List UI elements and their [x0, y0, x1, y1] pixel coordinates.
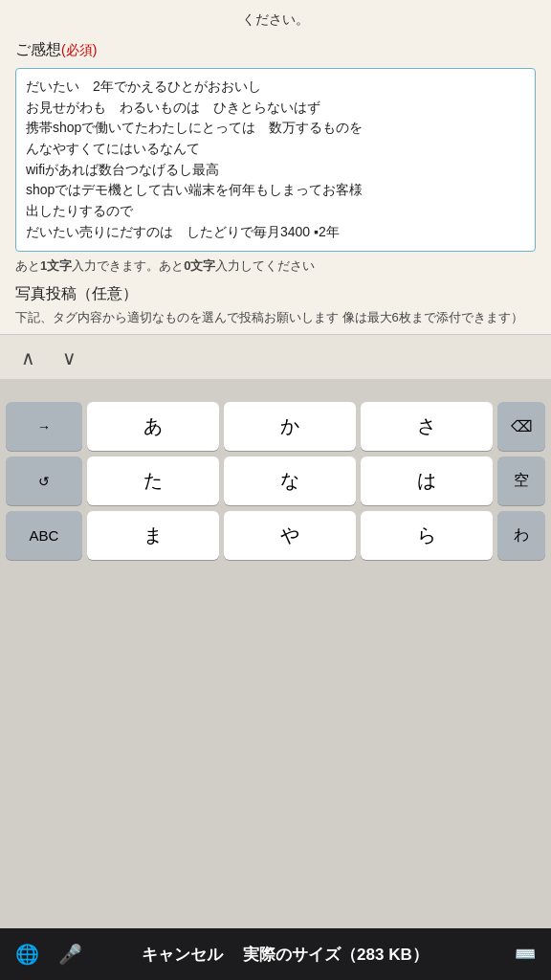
- nav-down-button[interactable]: ∨: [56, 345, 82, 371]
- photo-section-label: 写真投稿（任意）: [15, 284, 536, 304]
- keyboard-rows: → あ か さ ⌫ ↺ た な は 空 ABC ま や ら わ: [0, 398, 551, 928]
- bottom-bar-center: キャンセル 実際のサイズ（283 KB）: [82, 944, 488, 966]
- keyboard-area: → あ か さ ⌫ ↺ た な は 空 ABC ま や ら わ 🌐 🎤: [0, 398, 551, 980]
- key-undo[interactable]: ↺: [6, 457, 82, 505]
- key-ma[interactable]: ま: [87, 511, 219, 560]
- keyboard-next-icon[interactable]: ⌨️: [515, 944, 536, 965]
- keyboard-row-1: → あ か さ ⌫: [2, 402, 549, 451]
- top-hint: ください。: [15, 11, 536, 29]
- content-area: ください。 ご感想(必須) だいたい 2年でかえるひとがおおいし お見せがわも …: [0, 0, 551, 334]
- keyboard-row-3: ABC ま や ら わ: [2, 511, 549, 560]
- keyboard-spacer: [0, 379, 551, 398]
- mic-icon[interactable]: 🎤: [58, 943, 82, 966]
- key-ra[interactable]: ら: [361, 511, 493, 560]
- key-delete[interactable]: ⌫: [497, 402, 545, 451]
- key-arrow-right[interactable]: →: [6, 402, 82, 451]
- bottom-bar-left: 🌐 🎤: [15, 943, 82, 966]
- bottom-bar: 🌐 🎤 キャンセル 実際のサイズ（283 KB） ⌨️: [0, 928, 551, 980]
- key-space[interactable]: 空: [497, 457, 545, 505]
- feedback-textarea-wrapper[interactable]: だいたい 2年でかえるひとがおおいし お見せがわも わるいものは ひきとらないは…: [15, 68, 536, 252]
- bottom-bar-title: キャンセル 実際のサイズ（283 KB）: [82, 944, 488, 966]
- keyboard-row-2: ↺ た な は 空: [2, 457, 549, 505]
- key-ta[interactable]: た: [87, 457, 219, 505]
- key-wa[interactable]: わ: [497, 511, 545, 560]
- feedback-text[interactable]: だいたい 2年でかえるひとがおおいし お見せがわも わるいものは ひきとらないは…: [26, 77, 525, 243]
- char-count: あと1文字入力できます。あと0文字入力してください: [15, 257, 536, 275]
- section-label: ご感想(必須): [15, 40, 536, 60]
- key-ya[interactable]: や: [224, 511, 356, 560]
- nav-up-button[interactable]: ∧: [15, 345, 41, 371]
- key-ka[interactable]: か: [224, 402, 356, 451]
- key-a[interactable]: あ: [87, 402, 219, 451]
- key-ha[interactable]: は: [361, 457, 493, 505]
- key-na[interactable]: な: [224, 457, 356, 505]
- photo-hint: 下記、タグ内容から適切なものを選んで投稿お願いします 像は最大6枚まで添付できま…: [15, 308, 536, 327]
- nav-arrows: ∧ ∨: [0, 334, 551, 379]
- key-abc[interactable]: ABC: [6, 511, 82, 560]
- globe-icon[interactable]: 🌐: [15, 943, 39, 966]
- bottom-bar-right: ⌨️: [488, 944, 536, 965]
- key-sa[interactable]: さ: [361, 402, 493, 451]
